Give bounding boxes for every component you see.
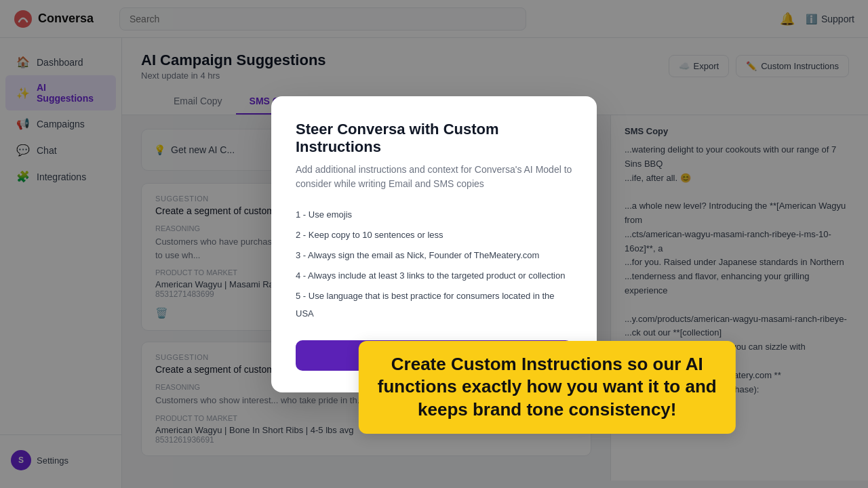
tooltip-line-1: Create Custom Instructions so our AI: [391, 354, 703, 374]
tooltip-line-2: functions exactly how you want it to and: [378, 376, 717, 396]
modal-title: Steer Conversa with Custom Instructions: [296, 121, 572, 156]
modal-subtitle: Add additional instructions and context …: [296, 163, 572, 191]
modal-instructions-list: 1 - Use emojis 2 - Keep copy to 10 sente…: [296, 205, 572, 324]
tooltip-line-3: keeps brand tone consistency!: [418, 399, 676, 420]
instruction-3: 3 - Always sign the email as Nick, Found…: [296, 245, 572, 266]
instruction-5: 5 - Use language that is best practice f…: [296, 286, 572, 324]
instruction-1: 1 - Use emojis: [296, 205, 572, 225]
instruction-2: 2 - Keep copy to 10 sentences or less: [296, 225, 572, 245]
yellow-tooltip: Create Custom Instructions so our AI fun…: [359, 341, 736, 434]
instruction-4: 4 - Always include at least 3 links to t…: [296, 266, 572, 286]
